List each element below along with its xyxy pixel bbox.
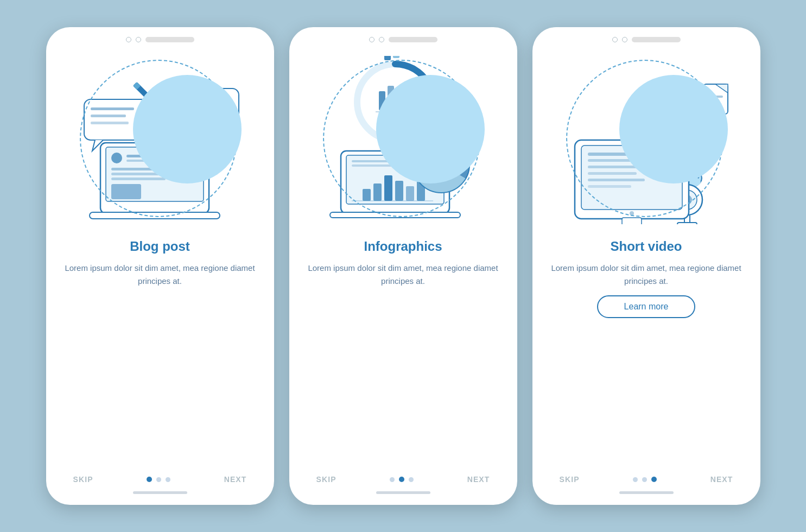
- phone-circle-1: [126, 37, 131, 42]
- dots-2: [390, 477, 414, 482]
- dot-3-1: [633, 477, 638, 482]
- dots-1: [147, 477, 170, 482]
- phone-circle-3: [369, 37, 375, 42]
- bottom-nav-1: SKIP NEXT: [73, 475, 247, 484]
- skip-button-1[interactable]: SKIP: [73, 475, 93, 484]
- next-button-1[interactable]: NEXT: [224, 475, 247, 484]
- phone-circle-2: [136, 37, 141, 42]
- bottom-nav-2: SKIP NEXT: [316, 475, 490, 484]
- next-button-3[interactable]: NEXT: [710, 475, 733, 484]
- phone-top-bar-3: [612, 37, 681, 42]
- dot-2-2: [399, 477, 404, 482]
- short-video-title: Short video: [610, 239, 682, 254]
- skip-button-3[interactable]: SKIP: [560, 475, 580, 484]
- dot-1-1: [147, 477, 152, 482]
- dot-3-2: [642, 477, 647, 482]
- phone-circle-6: [622, 37, 627, 42]
- phone-circle-5: [612, 37, 618, 42]
- phone-circle-4: [379, 37, 384, 42]
- blue-bg-3: [619, 75, 728, 183]
- phones-container: Blog post Lorem ipsum dolor sit dim amet…: [46, 27, 760, 505]
- blog-post-illustration: [62, 48, 258, 232]
- skip-button-2[interactable]: SKIP: [316, 475, 337, 484]
- infographics-title: Infographics: [364, 239, 442, 254]
- blue-bg-2: [376, 75, 485, 183]
- phone-infographics: Infographics Lorem ipsum dolor sit dim a…: [289, 27, 517, 505]
- next-button-2[interactable]: NEXT: [467, 475, 490, 484]
- short-video-desc: Lorem ipsum dolor sit dim amet, mea regi…: [532, 262, 760, 288]
- phone-notch-3: [632, 37, 681, 42]
- home-bar-1: [133, 491, 187, 494]
- home-bar-3: [619, 491, 674, 494]
- phone-notch-2: [389, 37, 437, 42]
- dot-2-1: [390, 477, 395, 482]
- phone-short-video: Short video Lorem ipsum dolor sit dim am…: [532, 27, 760, 505]
- dot-3-3: [651, 477, 657, 482]
- svg-rect-39: [384, 56, 391, 60]
- phone-top-bar-2: [369, 37, 437, 42]
- svg-rect-40: [393, 56, 399, 58]
- learn-more-button[interactable]: Learn more: [597, 295, 696, 318]
- blog-post-desc: Lorem ipsum dolor sit dim amet, mea regi…: [46, 262, 274, 288]
- blue-bg-1: [133, 75, 242, 183]
- infographics-desc: Lorem ipsum dolor sit dim amet, mea regi…: [289, 262, 517, 288]
- dot-2-3: [409, 477, 414, 482]
- phone-notch-1: [145, 37, 194, 42]
- svg-rect-55: [677, 223, 697, 224]
- short-video-illustration: [549, 48, 744, 232]
- bottom-nav-3: SKIP NEXT: [560, 475, 733, 484]
- svg-rect-73: [622, 218, 642, 224]
- phone-top-bar-1: [126, 37, 194, 42]
- dot-1-2: [156, 477, 161, 482]
- dot-1-3: [166, 477, 170, 482]
- blog-post-title: Blog post: [130, 239, 190, 254]
- home-bar-2: [376, 491, 430, 494]
- infographics-illustration: [306, 48, 501, 232]
- phone-blog-post: Blog post Lorem ipsum dolor sit dim amet…: [46, 27, 274, 505]
- dots-3: [633, 477, 657, 482]
